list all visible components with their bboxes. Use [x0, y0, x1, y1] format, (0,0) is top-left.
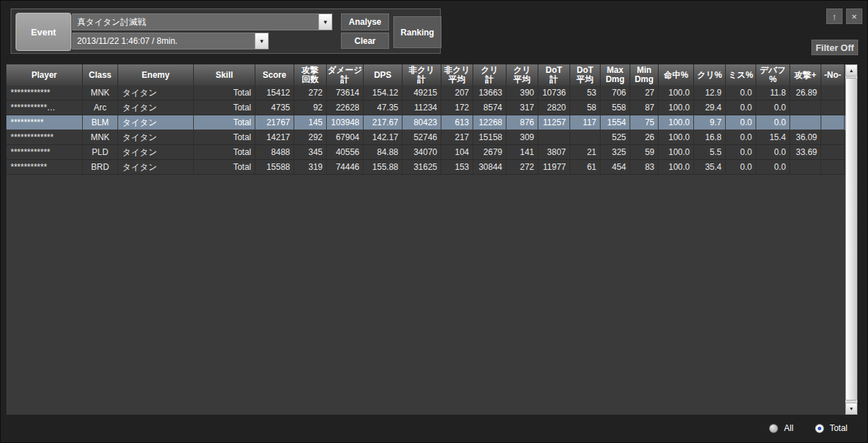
ranking-button[interactable]: Ranking — [393, 16, 441, 48]
table-cell: 292 — [294, 130, 327, 145]
table-cell: Total — [194, 160, 255, 175]
table-cell: 145 — [294, 115, 327, 130]
table-row[interactable]: ***********…ArcタイタンTotal4735922262847.35… — [6, 100, 845, 115]
table-cell: 706 — [601, 86, 630, 100]
column-header[interactable]: DoT 計 — [538, 64, 570, 86]
table-cell: 0.0 — [756, 100, 790, 115]
column-header[interactable]: Min Dmg — [630, 64, 659, 86]
table-cell: 26 — [630, 130, 659, 145]
scrollbar-thumb[interactable] — [845, 78, 857, 401]
analyse-button[interactable]: Analyse — [341, 13, 389, 30]
table-cell: 0.0 — [726, 100, 756, 115]
column-header[interactable]: クリ 計 — [473, 64, 507, 86]
table-cell: ************* — [6, 130, 83, 145]
table-cell: 21767 — [255, 115, 294, 130]
column-header[interactable]: ミス% — [726, 64, 756, 86]
table-cell: 8574 — [473, 100, 507, 115]
clear-button[interactable]: Clear — [341, 33, 389, 49]
table-cell: 2679 — [473, 145, 507, 160]
table-cell: 104 — [441, 145, 473, 160]
table-cell: 34070 — [403, 145, 441, 160]
table-cell: 83 — [630, 160, 659, 175]
time-select-value: 2013/11/22 1:46:07 / 8min. — [73, 36, 255, 46]
table-cell: 319 — [294, 160, 327, 175]
filter-off-button[interactable]: Filter Off — [811, 40, 858, 55]
table-body: ************MNKタイタンTotal1541227273614154… — [6, 86, 845, 175]
vertical-scrollbar[interactable]: ▲ ▼ — [845, 64, 857, 415]
table-cell: 525 — [601, 130, 630, 145]
table-cell: 0.0 — [756, 115, 790, 130]
chevron-down-icon[interactable]: ▼ — [318, 14, 332, 30]
radio-icon[interactable] — [815, 424, 824, 433]
table-cell: BLM — [83, 115, 118, 130]
table-cell: 35.4 — [694, 160, 726, 175]
column-header[interactable]: ダメージ 計 — [327, 64, 364, 86]
column-header[interactable]: Class — [83, 64, 118, 86]
table-cell: タイタン — [118, 115, 194, 130]
column-header[interactable]: クリ% — [694, 64, 726, 86]
column-header[interactable]: 非クリ 平均 — [441, 64, 473, 86]
display-mode-radio-group: All Total — [769, 423, 847, 433]
column-header[interactable]: Player — [6, 64, 83, 86]
scroll-up-icon[interactable]: ▲ — [845, 64, 857, 76]
column-header[interactable]: 攻撃+ — [790, 64, 821, 86]
event-select[interactable]: 真タイタン討滅戦 ▼ — [72, 13, 332, 30]
table-cell: MNK — [83, 130, 118, 145]
column-header[interactable]: 攻撃 回数 — [294, 64, 327, 86]
table-cell: 8488 — [255, 145, 294, 160]
table-cell: 13663 — [473, 86, 507, 100]
table-cell: 3807 — [538, 145, 570, 160]
table-cell: 613 — [441, 115, 473, 130]
table-cell: タイタン — [118, 145, 194, 160]
table-cell: 345 — [294, 145, 327, 160]
column-header[interactable]: Skill — [194, 64, 255, 86]
table-cell: 390 — [507, 86, 538, 100]
column-header[interactable]: DPS — [364, 64, 403, 86]
table-row[interactable]: *************MNKタイタンTotal142172926790414… — [6, 130, 845, 145]
window-up-button[interactable]: ↑ — [826, 8, 843, 24]
table-cell — [790, 160, 821, 175]
table-cell: 0.0 — [726, 160, 756, 175]
radio-icon[interactable] — [769, 424, 778, 433]
table-row[interactable]: ************MNKタイタンTotal1541227273614154… — [6, 86, 845, 100]
total-radio[interactable]: Total — [815, 423, 847, 433]
column-header[interactable]: デバフ % — [756, 64, 790, 86]
table-cell: 16.8 — [694, 130, 726, 145]
column-header[interactable]: Enemy — [118, 64, 194, 86]
table-cell: 217 — [441, 130, 473, 145]
column-header[interactable]: Score — [255, 64, 294, 86]
close-icon[interactable]: × — [846, 8, 862, 24]
table-cell: 100.0 — [659, 145, 694, 160]
table-row[interactable]: **********BLMタイタンTotal21767145103948217.… — [6, 115, 845, 130]
table-row[interactable]: ***********BRDタイタンTotal1558831974446155.… — [6, 160, 845, 175]
table-cell: 0.0 — [726, 130, 756, 145]
table-cell: 92 — [294, 100, 327, 115]
table-cell: 11234 — [403, 100, 441, 115]
table-cell: 154.12 — [364, 86, 403, 100]
column-header[interactable]: DoT 平均 — [570, 64, 601, 86]
time-select[interactable]: 2013/11/22 1:46:07 / 8min. ▼ — [72, 33, 269, 50]
table-cell: 59 — [630, 145, 659, 160]
table-cell: *********** — [6, 160, 83, 175]
table-cell: 876 — [507, 115, 538, 130]
column-header[interactable]: Max Dmg — [601, 64, 630, 86]
table-row[interactable]: ************PLDタイタンTotal84883454055684.8… — [6, 145, 845, 160]
event-button[interactable]: Event — [16, 13, 71, 51]
chevron-down-icon[interactable]: ▼ — [255, 33, 268, 49]
column-header[interactable]: 命中% — [659, 64, 694, 86]
all-radio-label: All — [784, 423, 793, 433]
all-radio[interactable]: All — [769, 423, 793, 433]
table-cell: 0.0 — [756, 160, 790, 175]
table-cell: Arc — [83, 100, 118, 115]
table-cell — [538, 130, 570, 145]
table-cell: 317 — [507, 100, 538, 115]
table-cell: 142.17 — [364, 130, 403, 145]
scroll-down-icon[interactable]: ▼ — [845, 403, 857, 415]
table-cell: 325 — [601, 145, 630, 160]
column-header[interactable]: -No- — [821, 64, 845, 86]
column-header[interactable]: 非クリ 計 — [403, 64, 441, 86]
table-cell: MNK — [83, 86, 118, 100]
table-cell: 153 — [441, 160, 473, 175]
table-cell: タイタン — [118, 160, 194, 175]
column-header[interactable]: クリ 平均 — [507, 64, 538, 86]
